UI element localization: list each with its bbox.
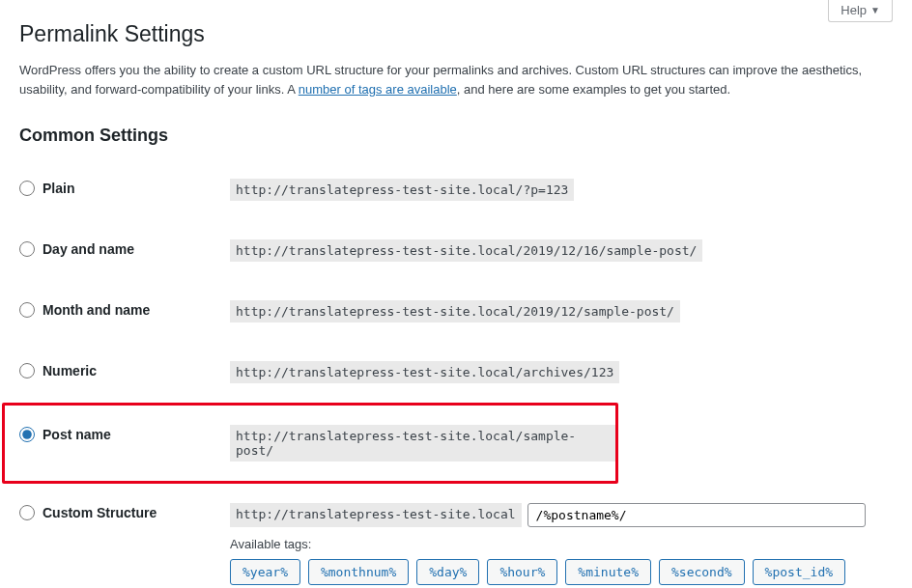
custom-base-url: http://translatepress-test-site.local	[230, 503, 522, 527]
tag-hour-button[interactable]: %hour%	[487, 559, 557, 585]
radio-plain[interactable]	[19, 181, 35, 196]
option-row-post-name: Post name http://translatepress-test-sit…	[2, 403, 618, 484]
permalink-options-list: Plain http://translatepress-test-site.lo…	[19, 159, 893, 588]
example-plain: http://translatepress-test-site.local/?p…	[230, 179, 574, 201]
example-day-name: http://translatepress-test-site.local/20…	[230, 239, 702, 262]
tag-post-id-button[interactable]: %post_id%	[753, 559, 845, 585]
tag-monthnum-button[interactable]: %monthnum%	[308, 559, 409, 585]
option-row-plain: Plain http://translatepress-test-site.lo…	[19, 159, 893, 220]
tag-day-button[interactable]: %day%	[416, 559, 479, 585]
label-plain[interactable]: Plain	[43, 181, 74, 196]
available-tags-label: Available tags:	[230, 537, 893, 551]
radio-numeric[interactable]	[19, 363, 35, 378]
intro-paragraph: WordPress offers you the ability to crea…	[19, 61, 893, 98]
tag-minute-button[interactable]: %minute%	[565, 559, 651, 585]
common-settings-heading: Common Settings	[19, 126, 893, 146]
example-numeric: http://translatepress-test-site.local/ar…	[230, 361, 619, 383]
option-row-numeric: Numeric http://translatepress-test-site.…	[19, 342, 893, 403]
option-row-day-name: Day and name http://translatepress-test-…	[19, 220, 893, 281]
option-row-custom: Custom Structure http://translatepress-t…	[19, 484, 893, 588]
page-title: Permalink Settings	[19, 21, 893, 47]
caret-down-icon: ▼	[870, 5, 880, 15]
label-custom[interactable]: Custom Structure	[43, 505, 157, 520]
tags-available-link[interactable]: number of tags are available	[299, 82, 457, 97]
radio-custom[interactable]	[19, 505, 35, 520]
label-day-name[interactable]: Day and name	[43, 241, 134, 257]
help-label: Help	[841, 3, 867, 17]
intro-text-2: , and here are some examples to get you …	[457, 82, 730, 97]
label-numeric[interactable]: Numeric	[43, 363, 97, 378]
tag-second-button[interactable]: %second%	[659, 559, 745, 585]
option-row-month-name: Month and name http://translatepress-tes…	[19, 281, 893, 342]
radio-day-name[interactable]	[19, 241, 35, 257]
help-tab[interactable]: Help ▼	[828, 0, 893, 22]
tag-year-button[interactable]: %year%	[230, 559, 300, 585]
example-post-name: http://translatepress-test-site.local/sa…	[230, 425, 615, 462]
custom-structure-input[interactable]	[527, 503, 866, 527]
label-month-name[interactable]: Month and name	[43, 302, 150, 318]
radio-month-name[interactable]	[19, 302, 35, 318]
example-month-name: http://translatepress-test-site.local/20…	[230, 300, 680, 322]
radio-post-name[interactable]	[19, 427, 35, 442]
label-post-name[interactable]: Post name	[43, 427, 111, 442]
tag-buttons-container: %year% %monthnum% %day% %hour% %minute% …	[230, 559, 893, 588]
